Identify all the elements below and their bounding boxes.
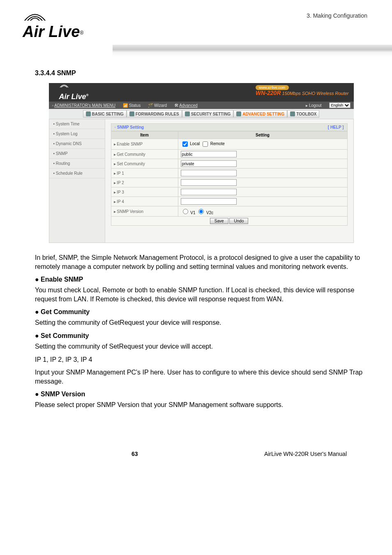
para-set-community: Setting the community of SetRequest your… xyxy=(35,342,367,351)
row-label: ▸ IP 3 xyxy=(111,187,178,197)
col-setting: Setting xyxy=(178,132,347,139)
table-row: ▸ IP 1 xyxy=(111,169,347,178)
main-menu-link[interactable]: ADMINISTRATOR's MAIN MENU xyxy=(54,103,115,108)
remote-label: Remote xyxy=(210,141,225,146)
sidebar-item-snmp[interactable]: • SNMP xyxy=(49,149,105,159)
intro-text: In brief, SNMP, the Simple Network Manag… xyxy=(35,253,367,271)
status-icon: 📶 xyxy=(123,103,129,108)
router-screenshot: Air Live® www.airlive.com WN-220R 150Mbp… xyxy=(49,83,354,243)
ip3-input[interactable] xyxy=(181,189,237,195)
logout-link[interactable]: ▸ Logout xyxy=(306,103,321,108)
tab-basic[interactable]: BASIC SETTING xyxy=(83,110,127,118)
undo-button[interactable]: Undo xyxy=(229,218,248,224)
manual-title: AirLive WN-220R User's Manual xyxy=(264,451,347,457)
v2c-radio[interactable] xyxy=(198,209,204,214)
sidebar-item-system-time[interactable]: • System Time xyxy=(49,119,105,129)
heading-enable-snmp: Enable SNMP xyxy=(35,276,367,283)
panel-title-bar: ▫ SNMP Setting [ HELP ] xyxy=(111,123,348,131)
heading-snmp-version: SNMP Version xyxy=(35,391,367,398)
sidebar: • System Time • System Log • Dynamic DNS… xyxy=(49,119,105,243)
para-ips: IP 1, IP 2, IP 3, IP 4 xyxy=(35,355,367,364)
local-label: Local xyxy=(190,141,200,146)
breadcrumb: 3. Making Configuration xyxy=(307,12,367,19)
table-row: ▸ SNMP Version V1 V2c xyxy=(111,206,347,217)
wizard-icon: 🪄 xyxy=(148,103,154,108)
status-link[interactable]: 📶 Status xyxy=(123,103,141,108)
tab-security[interactable]: SECURITY SETTING xyxy=(182,110,234,118)
row-label: ▸ SNMP Version xyxy=(111,206,178,217)
get-community-input[interactable] xyxy=(181,151,237,157)
v1-radio[interactable] xyxy=(183,209,188,214)
panel-title: SNMP Setting xyxy=(117,125,144,130)
advanced-icon: 🛠 xyxy=(174,103,179,108)
heading-get-community: Get Community xyxy=(35,308,367,316)
ss-product-line: www.airlive.com WN-220R 150Mbps SOHO Wir… xyxy=(256,85,348,96)
wifi-icon xyxy=(59,84,69,88)
save-button[interactable]: Save xyxy=(210,218,228,224)
sidebar-item-schedule[interactable]: • Schedule Rule xyxy=(49,169,105,178)
main-menu-bar: ▫ ADMINISTRATOR's MAIN MENU 📶 Status 🪄 W… xyxy=(49,102,354,109)
toolbox-icon xyxy=(290,111,295,116)
help-link[interactable]: [ HELP ] xyxy=(328,125,344,130)
ip1-input[interactable] xyxy=(181,170,237,176)
v1-label: V1 xyxy=(190,210,195,215)
section-heading: 3.3.4.4 SNMP xyxy=(35,69,367,77)
settings-table: Item Setting ▸ Enable SNMP Local Remote … xyxy=(111,131,348,226)
logo-reg: ® xyxy=(80,30,83,36)
row-label: ▸ IP 2 xyxy=(111,178,178,187)
local-checkbox[interactable] xyxy=(182,141,188,147)
para-enable-snmp: You must check Local, Remote or both to … xyxy=(35,286,367,303)
language-select[interactable]: English xyxy=(329,102,350,108)
row-label: ▸ Get Community xyxy=(111,150,178,159)
para-input-ip: Input your SNMP Management PC's IP here.… xyxy=(35,368,367,386)
gear-icon xyxy=(86,111,91,116)
brand-logo: Air Live® xyxy=(0,0,392,45)
table-row: ▸ Set Community xyxy=(111,159,347,169)
ss-logo: Air Live® xyxy=(59,84,89,101)
sidebar-item-routing[interactable]: • Routing xyxy=(49,159,105,169)
product-model: WN-220R xyxy=(256,90,281,96)
logo-text: Air Live xyxy=(23,23,80,40)
table-row: ▸ IP 2 xyxy=(111,178,347,187)
table-row: Save Undo xyxy=(111,217,347,226)
tab-bar: BASIC SETTING FORWARDING RULES SECURITY … xyxy=(49,109,354,119)
advanced-link[interactable]: 🛠 Advanced xyxy=(174,103,198,108)
lock-icon xyxy=(185,111,190,116)
remote-checkbox[interactable] xyxy=(203,141,208,147)
header-divider xyxy=(113,45,392,57)
arrows-icon xyxy=(129,111,134,116)
heading-set-community: Set Community xyxy=(35,332,367,340)
sidebar-item-dynamic-dns[interactable]: • Dynamic DNS xyxy=(49,139,105,149)
para-snmp-version: Please select proper SNMP Version that y… xyxy=(35,400,367,409)
wifi-icon xyxy=(23,12,47,21)
row-label: ▸ IP 1 xyxy=(111,169,178,178)
table-row: ▸ IP 4 xyxy=(111,197,347,206)
tab-toolbox[interactable]: TOOLBOX xyxy=(287,110,319,118)
tab-advanced[interactable]: ADVANCED SETTING xyxy=(233,110,287,118)
ss-header: Air Live® www.airlive.com WN-220R 150Mbp… xyxy=(49,83,354,102)
row-label: ▸ Enable SNMP xyxy=(111,139,178,150)
set-community-input[interactable] xyxy=(181,160,237,167)
sidebar-item-system-log[interactable]: • System Log xyxy=(49,129,105,139)
ip2-input[interactable] xyxy=(181,179,237,186)
wizard-link[interactable]: 🪄 Wizard xyxy=(148,103,167,108)
main-panel: ▫ SNMP Setting [ HELP ] Item Setting ▸ E… xyxy=(105,119,353,243)
page-footer: 63 AirLive WN-220R User's Manual xyxy=(0,438,392,474)
product-desc: 150Mbps SOHO Wireless Router xyxy=(282,91,349,96)
row-label: ▸ Set Community xyxy=(111,159,178,169)
table-row: ▸ Get Community xyxy=(111,150,347,159)
ss-logo-text: Air Live xyxy=(59,92,86,101)
col-item: Item xyxy=(111,132,178,139)
row-label: ▸ IP 4 xyxy=(111,197,178,206)
para-get-community: Setting the community of GetRequest your… xyxy=(35,318,367,327)
tab-forwarding[interactable]: FORWARDING RULES xyxy=(127,110,182,118)
page-number: 63 xyxy=(131,451,138,457)
table-row: ▸ IP 3 xyxy=(111,187,347,197)
table-row: ▸ Enable SNMP Local Remote xyxy=(111,139,347,150)
v2c-label: V2c xyxy=(206,210,213,215)
ip4-input[interactable] xyxy=(181,198,237,205)
tools-icon xyxy=(236,111,241,116)
ss-logo-reg: ® xyxy=(86,93,89,97)
